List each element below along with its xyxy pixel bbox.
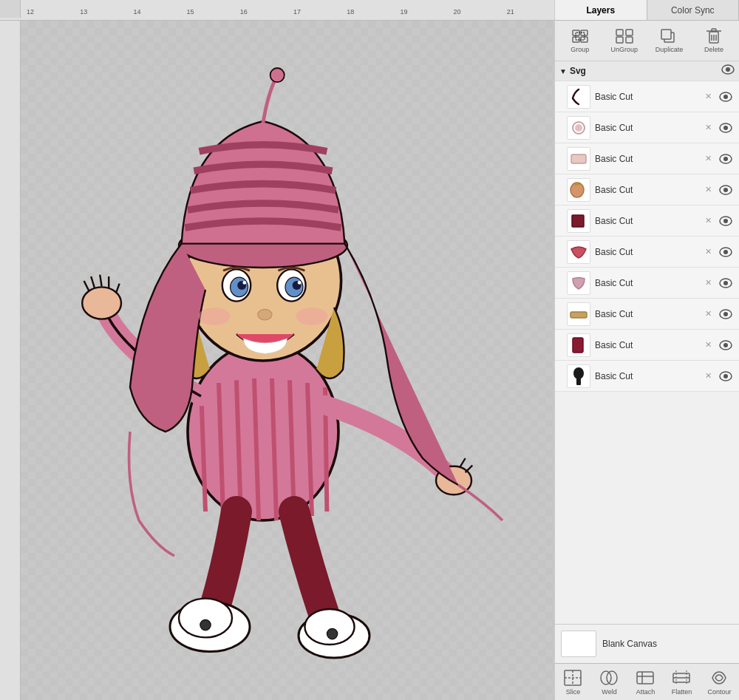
layer-thumb-10 [567,364,590,388]
layer-item-1[interactable]: Basic Cut ✕ [555,81,739,112]
layer-name-5: Basic Cut [595,216,698,226]
slice-button[interactable]: Slice [558,666,588,699]
svg-group-eye[interactable] [721,64,735,78]
layer-item-6[interactable]: Basic Cut ✕ [555,237,739,268]
tab-color-sync[interactable]: Color Sync [647,0,740,20]
ruler-mark-19: 19 [400,8,407,16]
blank-canvas-thumbnail [561,631,596,657]
layer-eye-3[interactable] [718,152,733,166]
ungroup-label: UnGroup [611,46,638,53]
main-canvas[interactable] [21,21,554,700]
layer-x-2[interactable]: ✕ [702,122,714,134]
layer-x-10[interactable]: ✕ [702,370,714,382]
tab-bar: Layers Color Sync [555,0,739,21]
delete-icon [704,28,724,44]
delete-button[interactable]: Delete [696,27,732,55]
svg-rect-80 [573,338,583,353]
layer-eye-1[interactable] [718,89,733,104]
layer-name-4: Basic Cut [595,185,698,195]
layer-item-4[interactable]: Basic Cut ✕ [555,174,739,205]
blank-canvas-label: Blank Canvas [602,639,657,649]
layer-x-7[interactable]: ✕ [702,277,714,289]
layer-item-3[interactable]: Basic Cut ✕ [555,143,739,174]
svg-point-74 [723,250,728,254]
svg-rect-52 [712,29,716,31]
duplicate-button[interactable]: Duplicate [651,27,688,55]
weld-icon [599,669,619,687]
svg-point-90 [601,671,611,684]
svg-group-label: Svg [570,66,586,76]
character-svg [35,50,508,671]
svg-rect-45 [626,30,633,35]
layer-item-2[interactable]: Basic Cut ✕ [555,112,739,143]
svg-point-61 [575,124,582,132]
ruler-mark-21: 21 [507,8,514,16]
ruler-mark-17: 17 [293,8,301,16]
layer-x-9[interactable]: ✕ [702,339,714,351]
layer-item-7[interactable]: Basic Cut ✕ [555,268,739,299]
layer-x-8[interactable]: ✕ [702,308,714,320]
svg-point-34 [200,619,211,630]
ruler-mark-15: 15 [187,8,194,16]
attach-label: Attach [636,688,655,696]
svg-line-11 [91,276,95,288]
svg-rect-49 [661,30,671,39]
attach-icon [635,669,655,687]
layer-item-5[interactable]: Basic Cut ✕ [555,205,739,237]
group-button[interactable]: Group [562,27,598,55]
svg-rect-84 [576,378,581,385]
layer-x-3[interactable]: ✕ [702,153,714,165]
weld-button[interactable]: Weld [594,666,624,699]
svg-point-0 [188,343,338,520]
layer-eye-9[interactable] [718,338,733,353]
tab-layers[interactable]: Layers [555,0,647,20]
layer-thumb-2 [567,116,590,140]
layer-eye-5[interactable] [718,214,733,228]
blank-canvas-row: Blank Canvas [555,624,739,663]
layer-name-1: Basic Cut [595,92,698,102]
layer-x-6[interactable]: ✕ [702,246,714,258]
layer-x-1[interactable]: ✕ [702,91,714,103]
svg-point-37 [304,609,354,645]
layer-eye-10[interactable] [718,369,733,384]
duplicate-icon [659,28,680,44]
layer-thumb-7 [567,271,590,295]
layer-eye-4[interactable] [718,183,733,197]
svg-line-17 [466,466,473,473]
svg-point-29 [258,309,272,319]
layer-eye-2[interactable] [718,120,733,135]
svg-group-header[interactable]: ▼ Svg [555,61,739,81]
ungroup-button[interactable]: UnGroup [607,27,643,55]
layer-thumb-4 [567,178,590,202]
attach-button[interactable]: Attach [630,666,660,699]
layer-item-9[interactable]: Basic Cut ✕ [555,330,739,361]
canvas-area[interactable]: 12131415161718192021 [0,0,554,700]
layer-name-6: Basic Cut [595,247,698,257]
svg-point-79 [723,312,728,316]
layer-item-10[interactable]: Basic Cut ✕ [555,361,739,392]
layer-x-4[interactable]: ✕ [702,184,714,196]
layer-eye-7[interactable] [718,276,733,290]
svg-rect-44 [616,30,623,35]
bottom-toolbar: Slice Weld Attach Flatten [555,663,739,700]
svg-line-10 [84,281,89,291]
contour-button[interactable]: Contour [703,666,735,699]
layer-eye-8[interactable] [718,307,733,322]
ruler-mark-14: 14 [133,8,140,16]
layer-eye-6[interactable] [718,245,733,259]
svg-group-chevron: ▼ [559,67,567,75]
svg-rect-64 [571,154,586,163]
flatten-button[interactable]: Flatten [667,666,696,699]
svg-rect-92 [637,672,653,684]
layer-name-7: Basic Cut [595,278,698,288]
layer-x-5[interactable]: ✕ [702,215,714,227]
horizontal-ruler: 12131415161718192021 [0,0,554,21]
layer-thumb-1 [567,85,590,109]
character-illustration [35,50,538,671]
slice-icon [562,669,583,687]
svg-point-82 [723,343,728,347]
layer-item-8[interactable]: Basic Cut ✕ [555,299,739,330]
slice-label: Slice [566,688,581,696]
group-icon [570,28,590,44]
svg-point-33 [179,599,232,638]
